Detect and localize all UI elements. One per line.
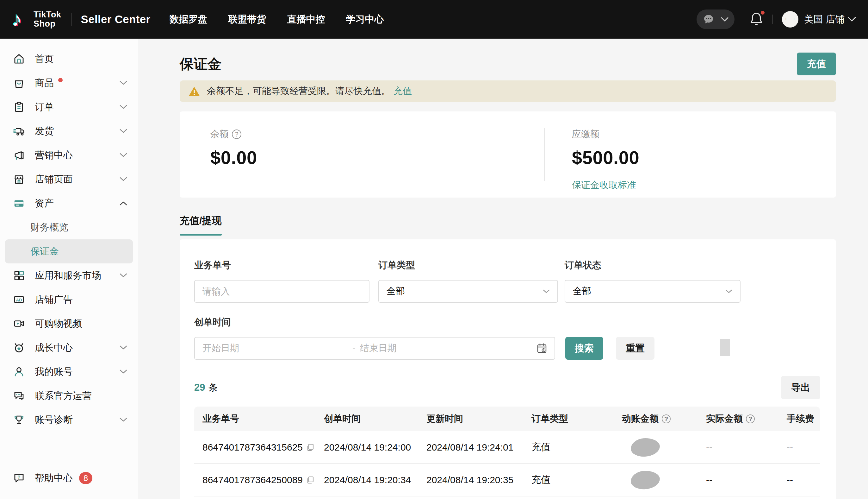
- export-button[interactable]: 导出: [781, 376, 820, 399]
- store-avatar[interactable]: [782, 11, 798, 27]
- sidebar-item-account-diagnosis[interactable]: 账号诊断: [0, 408, 138, 432]
- scrollbar-thumb[interactable]: [720, 339, 730, 356]
- balance-card: 余额 ? $0.00 应缴额 $500.00 保证金收取标准: [180, 111, 836, 197]
- reset-button[interactable]: 重置: [616, 337, 654, 360]
- sidebar-subitem-deposit[interactable]: 保证金: [5, 239, 133, 264]
- sidebar-item-marketing[interactable]: 营销中心: [0, 143, 138, 167]
- store-name[interactable]: 美国 店铺: [804, 13, 845, 26]
- chevron-up-icon: [119, 201, 127, 206]
- sidebar-item-shop-ads[interactable]: AD 店铺广告: [0, 288, 138, 312]
- deposit-standard-link[interactable]: 保证金收取标准: [572, 179, 636, 192]
- copy-icon[interactable]: [306, 443, 315, 452]
- sidebar-item-shop-pages[interactable]: 店铺页面: [0, 167, 138, 191]
- col-amount-change: 动账金额 ?: [622, 413, 706, 425]
- question-icon[interactable]: ?: [662, 414, 671, 423]
- nav-live-center[interactable]: 直播中控: [287, 13, 325, 26]
- topup-button[interactable]: 充值: [797, 52, 836, 75]
- search-button[interactable]: 搜索: [565, 337, 603, 360]
- range-separator: -: [352, 343, 355, 354]
- balance-warning-banner: 余额不足，可能导致经营受限。请尽快充值。 充值: [180, 81, 836, 102]
- sidebar-item-assets[interactable]: 资产: [0, 191, 138, 215]
- notifications-button[interactable]: [749, 12, 764, 27]
- logo-divider: [71, 13, 72, 26]
- sidebar-item-my-account[interactable]: 我的账号: [0, 360, 138, 384]
- chevron-down-icon: [119, 273, 127, 278]
- updated-cell: 2024/08/14 19:20:35: [426, 475, 531, 485]
- start-date-placeholder: 开始日期: [202, 342, 352, 355]
- question-icon[interactable]: ?: [746, 414, 755, 423]
- col-created: 创单时间: [324, 413, 426, 425]
- order-no-cell: 8647401787364315625: [194, 442, 324, 453]
- main-content: 保证金 充值 余额不足，可能导致经营受限。请尽快充值。 充值 余额 ? $0.0…: [138, 39, 868, 499]
- nav-learning-center[interactable]: 学习中心: [346, 13, 384, 26]
- order-type-label: 订单类型: [378, 259, 558, 272]
- sidebar-subitem-finance-overview[interactable]: 财务概览: [5, 215, 133, 239]
- card-icon: [13, 197, 25, 210]
- order-status-select[interactable]: 全部: [565, 280, 741, 303]
- page-title: 保证金: [180, 55, 222, 73]
- notification-dot: [760, 10, 766, 15]
- col-order-no: 业务单号: [194, 413, 324, 425]
- sidebar-item-app-service-market[interactable]: 应用和服务市场: [0, 264, 138, 288]
- redacted-amount: [630, 437, 661, 457]
- chat-bubble-icon: [702, 13, 715, 26]
- new-badge-dot: [58, 78, 63, 82]
- col-actual-amount: 实际金额 ?: [706, 413, 787, 425]
- tab-topup-withdraw[interactable]: 充值/提现: [180, 214, 222, 235]
- chevron-down-icon: [119, 418, 127, 422]
- sidebar-item-shoppable-videos[interactable]: 可购物视频: [0, 312, 138, 336]
- chevron-down-icon: [119, 177, 127, 181]
- balance-section: 余额 ? $0.00: [180, 128, 544, 181]
- table-row: 8647401787364315625 2024/08/14 19:24:00 …: [194, 431, 820, 464]
- chevron-down-icon[interactable]: [848, 17, 856, 22]
- sidebar-item-shipping[interactable]: 发货: [0, 119, 138, 143]
- sidebar-item-products[interactable]: 商品: [0, 71, 138, 95]
- home-icon: [13, 52, 25, 65]
- copy-icon[interactable]: [306, 476, 315, 485]
- tiktok-shop-logo[interactable]: ♪♪♪ TikTok Shop: [12, 7, 61, 31]
- results-count: 29: [194, 382, 205, 393]
- sidebar-item-contact-ops[interactable]: 联系官方运营: [0, 384, 138, 408]
- chevron-down-icon: [119, 105, 127, 109]
- chevron-down-icon: [119, 81, 127, 85]
- create-time-label: 创单时间: [194, 316, 555, 329]
- person-icon: [13, 365, 25, 378]
- tiktok-note-icon: ♪♪♪: [12, 7, 30, 31]
- sidebar: 首页 商品 订单 发货: [0, 39, 138, 499]
- due-section: 应缴额 $500.00 保证金收取标准: [545, 128, 639, 181]
- chevron-down-icon: [119, 129, 127, 133]
- grid-icon: [13, 269, 25, 282]
- chat-icon: [13, 389, 25, 402]
- sidebar-item-growth-center[interactable]: 成长中心: [0, 336, 138, 360]
- sidebar-item-help-center[interactable]: ? 帮助中心 8: [0, 466, 138, 490]
- clipboard-icon: [13, 101, 25, 113]
- sidebar-item-orders[interactable]: 订单: [0, 95, 138, 119]
- balance-label: 余额: [210, 128, 229, 141]
- messages-button[interactable]: [696, 10, 734, 29]
- order-type-select[interactable]: 全部: [378, 280, 558, 303]
- warning-icon: [189, 86, 200, 97]
- ad-icon: AD: [13, 293, 25, 306]
- tiktok-shop-seller-center: ♪♪♪ TikTok Shop Seller Center 数据罗盘 联盟带货 …: [0, 0, 868, 499]
- help-icon: ?: [13, 472, 25, 485]
- col-fee: 手续费: [787, 413, 820, 425]
- megaphone-icon: [13, 149, 25, 161]
- chevron-down-icon: [725, 289, 732, 293]
- help-count-badge: 8: [79, 472, 92, 484]
- sidebar-item-home[interactable]: 首页: [0, 47, 138, 71]
- topbar: ♪♪♪ TikTok Shop Seller Center 数据罗盘 联盟带货 …: [0, 0, 868, 39]
- results-count-unit: 条: [208, 381, 218, 394]
- order-no-input[interactable]: [194, 280, 369, 303]
- truck-icon: [13, 125, 25, 137]
- amount-cell: [622, 438, 706, 457]
- nav-affiliate[interactable]: 联盟带货: [228, 13, 266, 26]
- nav-data-compass[interactable]: 数据罗盘: [169, 13, 207, 26]
- table-row: 8647401787364250089 2024/08/14 19:20:34 …: [194, 464, 820, 497]
- actual-cell: --: [706, 442, 787, 453]
- date-range-picker[interactable]: 开始日期 - 结束日期: [194, 337, 555, 360]
- records-table: 业务单号 创单时间 更新时间 订单类型 动账金额 ? 实际金额 ? 手续费: [194, 406, 820, 497]
- order-no-cell: 8647401787364250089: [194, 475, 324, 485]
- warning-topup-link[interactable]: 充值: [393, 85, 412, 98]
- tabbar: 充值/提现: [180, 214, 836, 239]
- question-icon[interactable]: ?: [232, 130, 241, 139]
